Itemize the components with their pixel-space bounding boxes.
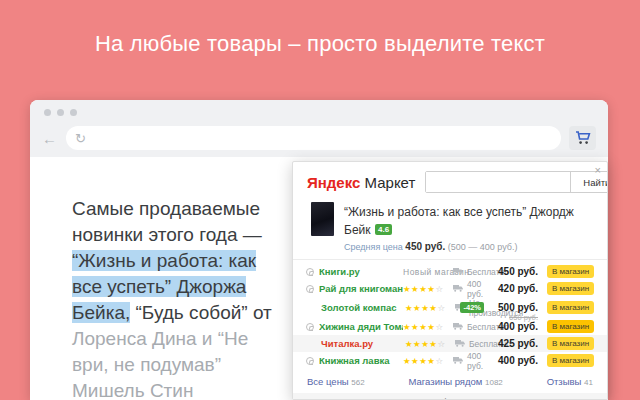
shop-link[interactable]: Книжная лавка xyxy=(319,355,403,366)
market-extension-button[interactable] xyxy=(569,126,596,150)
yandex-market-popup: × Яндекс Маркет Найти “Жизнь и работа: к… xyxy=(292,161,608,400)
average-price-label: Средняя цена xyxy=(344,242,403,252)
offer-price: 450 руб. xyxy=(488,266,538,277)
shop-link[interactable]: Читалка.ру xyxy=(321,338,405,349)
nearby-shops-label: Магазины рядом xyxy=(409,376,483,387)
all-prices-label: Все цены xyxy=(307,376,349,387)
shop-favicon-icon xyxy=(306,357,314,365)
browser-toolbar: ← ↻ xyxy=(30,126,608,150)
to-shop-button[interactable]: В магазин xyxy=(547,320,594,333)
book-cover-thumbnail xyxy=(311,202,334,236)
shop-rating-stars: ★★★★☆ xyxy=(405,339,455,349)
price-range: (500 — 400 руб.) xyxy=(448,242,518,252)
shop-link[interactable]: Книги.ру xyxy=(319,266,403,277)
back-icon[interactable]: ← xyxy=(42,131,57,146)
reviews-label: Отзывы xyxy=(547,376,582,387)
reviews-count: 41 xyxy=(584,378,593,387)
star-full-icon: ★★★★ xyxy=(405,339,437,349)
reload-icon[interactable]: ↻ xyxy=(75,132,86,145)
average-price-value: 450 руб. xyxy=(405,241,445,252)
article-segment: Лоренса Дина и “Не ври, не подумав” Мише… xyxy=(72,328,248,400)
offer-price: 425 руб. xyxy=(488,338,538,349)
offer-row: Книжная лавка ★★★★☆ 400 руб. 400 руб. В … xyxy=(293,352,607,369)
shop-link[interactable]: Хижина дяди Тома xyxy=(319,321,403,332)
popup-footer-links: Все цены 562 Магазины рядом 1082 Отзывы … xyxy=(293,369,607,393)
shop-favicon-icon xyxy=(306,323,314,331)
current-shop-bar: Вы на странице магазина Magazzzinne.ru ★… xyxy=(293,393,607,400)
to-shop-button[interactable]: В магазин xyxy=(547,337,594,350)
delivery-text: 400 руб. xyxy=(467,279,488,299)
truck-icon xyxy=(453,285,463,292)
browser-chrome: ← ↻ xyxy=(30,100,608,157)
shop-favicon-icon xyxy=(306,285,314,293)
shop-link[interactable]: Рай для книгоманов xyxy=(319,283,403,294)
shop-rating-stars: ★★★★☆ xyxy=(405,303,455,313)
reviews-link[interactable]: Отзывы 41 xyxy=(547,376,593,387)
delivery-text: 400 руб. xyxy=(467,351,488,371)
shop-rating-stars: ★★★★☆ xyxy=(403,284,453,294)
offer-row: Золотой компас ★★★★☆ Не производится -42… xyxy=(293,297,607,318)
star-empty-icon: ☆ xyxy=(435,284,443,294)
window-dot-icon xyxy=(70,109,77,116)
star-empty-icon: ☆ xyxy=(435,356,443,366)
product-info: “Жизнь и работа: как все успеть” Джордж … xyxy=(344,202,593,252)
truck-icon xyxy=(453,268,463,275)
article-segment: Самые продаваемые новинки этого года — xyxy=(72,198,262,245)
star-full-icon: ★★★★ xyxy=(403,356,435,366)
shop-note: Новый магазин xyxy=(403,267,453,277)
search-box: Найти xyxy=(425,171,608,193)
star-full-icon: ★★★★ xyxy=(403,322,435,332)
offer-price: 400 руб. xyxy=(488,321,538,332)
offer-price: 420 руб. xyxy=(488,283,538,294)
browser-window: ← ↻ Самые продаваемые новинки этого года… xyxy=(30,100,608,400)
rating-badge: 4.6 xyxy=(375,224,392,235)
banner-title: На любые товары – просто выделите текст xyxy=(0,31,640,57)
to-shop-button[interactable]: В магазин xyxy=(547,354,594,367)
delivery-info: 400 руб. xyxy=(453,279,488,299)
close-icon[interactable]: × xyxy=(595,164,601,176)
offer-row: Читалка.ру ★★★★☆ Бесплатно 425 руб. В ма… xyxy=(293,335,607,352)
search-button[interactable]: Найти xyxy=(570,172,608,192)
article-segment: “Будь собой” от xyxy=(130,302,272,323)
star-empty-icon: ☆ xyxy=(435,322,443,332)
average-price-line: Средняя цена 450 руб. (500 — 400 руб.) xyxy=(344,241,593,252)
star-empty-icon: ☆ xyxy=(437,303,445,313)
discount-badge: -42% xyxy=(460,302,484,313)
offer-price: 500 руб.650 руб. xyxy=(488,302,538,313)
window-dot-icon xyxy=(44,109,51,116)
nearby-shops-link[interactable]: Магазины рядом 1082 xyxy=(409,376,503,387)
offer-price-value: 500 руб. xyxy=(498,302,538,313)
truck-icon xyxy=(455,340,465,347)
all-prices-link[interactable]: Все цены 562 xyxy=(307,376,365,387)
search-input[interactable] xyxy=(426,172,570,192)
star-full-icon: ★★★★ xyxy=(403,284,435,294)
offer-row: Книги.ру Новый магазин Бесплатно 450 руб… xyxy=(293,263,607,280)
window-controls xyxy=(44,109,77,116)
product-card: “Жизнь и работа: как все успеть” Джордж … xyxy=(293,199,607,259)
delivery-info: Бесплатно xyxy=(453,267,488,277)
logo-yandex: Яндекс xyxy=(307,174,360,191)
popup-header: Яндекс Маркет Найти xyxy=(293,162,607,199)
shop-favicon-icon xyxy=(306,268,314,276)
delivery-info: 400 руб. xyxy=(453,351,488,371)
article-text: Самые продаваемые новинки этого года — “… xyxy=(72,196,282,400)
to-shop-button[interactable]: В магазин xyxy=(547,265,594,278)
logo-market: Маркет xyxy=(365,174,416,191)
star-full-icon: ★★★★ xyxy=(405,303,437,313)
shop-rating-stars: ★★★★☆ xyxy=(403,356,453,366)
all-prices-count: 562 xyxy=(351,378,364,387)
star-empty-icon: ☆ xyxy=(437,339,445,349)
to-shop-button[interactable]: В магазин xyxy=(547,282,594,295)
shop-link[interactable]: Золотой компас xyxy=(321,302,405,313)
window-dot-icon xyxy=(57,109,64,116)
nearby-shops-count: 1082 xyxy=(485,378,503,387)
delivery-info: Бесплатно xyxy=(453,322,488,332)
offers-list: Книги.ру Новый магазин Бесплатно 450 руб… xyxy=(293,259,607,369)
offer-price: 400 руб. xyxy=(488,355,538,366)
truck-icon xyxy=(453,323,463,330)
address-bar[interactable]: ↻ xyxy=(66,126,561,150)
to-shop-button[interactable]: В магазин xyxy=(547,301,594,314)
offer-row: Рай для книгоманов ★★★★☆ 400 руб. 420 ру… xyxy=(293,280,607,297)
delivery-info: Бесплатно xyxy=(455,339,488,349)
yandex-market-logo[interactable]: Яндекс Маркет xyxy=(307,174,415,191)
